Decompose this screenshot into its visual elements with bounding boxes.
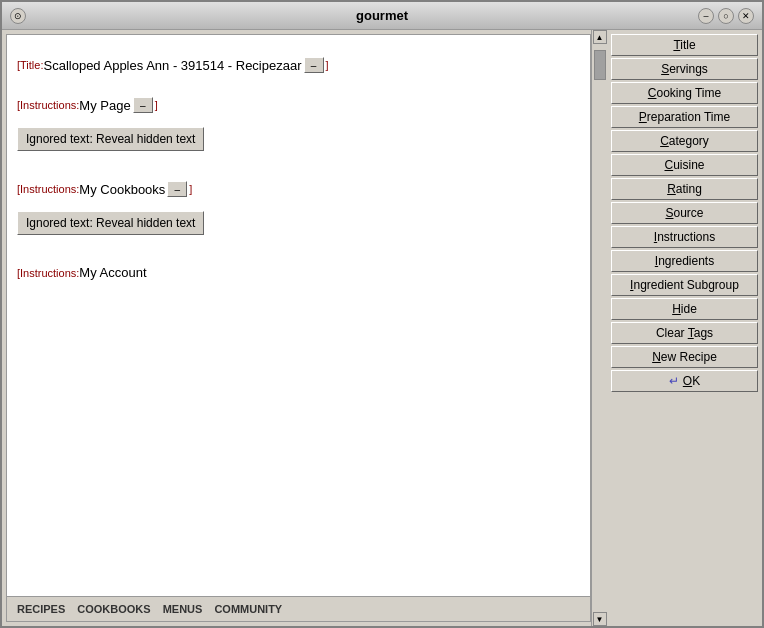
- ok-icon: ↵: [669, 374, 679, 388]
- instructions-entry-1-row: [Instructions: My Page – ]: [17, 97, 580, 113]
- main-content: [Title: Scalloped Apples Ann - 391514 - …: [2, 30, 762, 626]
- instructions-entry-2-row: [Instructions: My Cookbooks – ]: [17, 181, 580, 197]
- instructions-2-toggle-btn[interactable]: –: [167, 181, 187, 197]
- instructions-1-label-tag: [Instructions:: [17, 99, 79, 111]
- titlebar-left-controls: ⊙: [10, 8, 26, 24]
- source-btn[interactable]: Source: [611, 202, 758, 224]
- bottom-nav: RECIPES COOKBOOKS MENUS COMMUNITY: [7, 596, 590, 621]
- instructions-3-entry-text: My Account: [79, 265, 146, 280]
- preparation-time-btn[interactable]: Preparation Time: [611, 106, 758, 128]
- scroll-up-btn[interactable]: ▲: [593, 30, 607, 44]
- reveal-btn-2-container: Ignored text: Reveal hidden text: [17, 205, 580, 241]
- instructions-3-label-tag: [Instructions:: [17, 267, 79, 279]
- instructions-1-close-bracket: ]: [155, 99, 158, 111]
- reveal-btn-1-container: Ignored text: Reveal hidden text: [17, 121, 580, 157]
- titlebar: ⊙ gourmet – ○ ✕: [2, 2, 762, 30]
- instructions-1-entry-text: My Page: [79, 98, 130, 113]
- titlebar-right-controls: – ○ ✕: [698, 8, 754, 24]
- ingredients-btn[interactable]: Ingredients: [611, 250, 758, 272]
- title-entry-text: Scalloped Apples Ann - 391514 - Recipeza…: [44, 58, 302, 73]
- close-btn[interactable]: ✕: [738, 8, 754, 24]
- minimize-btn[interactable]: –: [698, 8, 714, 24]
- window-title: gourmet: [356, 8, 408, 23]
- scrollbar: ▲ ▼: [591, 30, 607, 626]
- title-close-bracket: ]: [326, 59, 329, 71]
- hide-btn[interactable]: Hide: [611, 298, 758, 320]
- nav-recipes[interactable]: RECIPES: [17, 603, 65, 615]
- clear-tags-btn[interactable]: Clear Tags: [611, 322, 758, 344]
- nav-cookbooks[interactable]: COOKBOOKS: [77, 603, 150, 615]
- content-area: [Title: Scalloped Apples Ann - 391514 - …: [7, 35, 590, 298]
- servings-btn[interactable]: Servings: [611, 58, 758, 80]
- right-panel: Title Servings Cooking Time Preparation …: [607, 30, 762, 626]
- instructions-2-close-bracket: ]: [189, 183, 192, 195]
- title-btn[interactable]: Title: [611, 34, 758, 56]
- cuisine-btn[interactable]: Cuisine: [611, 154, 758, 176]
- reveal-hidden-text-btn-2[interactable]: Ignored text: Reveal hidden text: [17, 211, 204, 235]
- scroll-thumb[interactable]: [594, 50, 606, 80]
- instructions-2-label-tag: [Instructions:: [17, 183, 79, 195]
- scroll-down-btn[interactable]: ▼: [593, 612, 607, 626]
- category-btn[interactable]: Category: [611, 130, 758, 152]
- title-entry-row: [Title: Scalloped Apples Ann - 391514 - …: [17, 57, 580, 73]
- ingredient-subgroup-btn[interactable]: Ingredient Subgroup: [611, 274, 758, 296]
- maximize-btn[interactable]: ○: [718, 8, 734, 24]
- new-recipe-btn[interactable]: New Recipe: [611, 346, 758, 368]
- instructions-1-toggle-btn[interactable]: –: [133, 97, 153, 113]
- cooking-time-btn[interactable]: Cooking Time: [611, 82, 758, 104]
- instructions-btn[interactable]: Instructions: [611, 226, 758, 248]
- nav-menus[interactable]: MENUS: [163, 603, 203, 615]
- instructions-2-entry-text: My Cookbooks: [79, 182, 165, 197]
- rating-btn[interactable]: Rating: [611, 178, 758, 200]
- main-window: ⊙ gourmet – ○ ✕ [Title: Scalloped Apples…: [0, 0, 764, 628]
- instructions-entry-3-row: [Instructions: My Account: [17, 265, 580, 280]
- window-menu-btn[interactable]: ⊙: [10, 8, 26, 24]
- title-label-tag: [Title:: [17, 59, 44, 71]
- reveal-hidden-text-btn-1[interactable]: Ignored text: Reveal hidden text: [17, 127, 204, 151]
- ok-label: OK: [683, 374, 700, 388]
- left-panel: [Title: Scalloped Apples Ann - 391514 - …: [6, 34, 591, 622]
- title-toggle-btn[interactable]: –: [304, 57, 324, 73]
- nav-community[interactable]: COMMUNITY: [214, 603, 282, 615]
- ok-btn[interactable]: ↵ OK: [611, 370, 758, 392]
